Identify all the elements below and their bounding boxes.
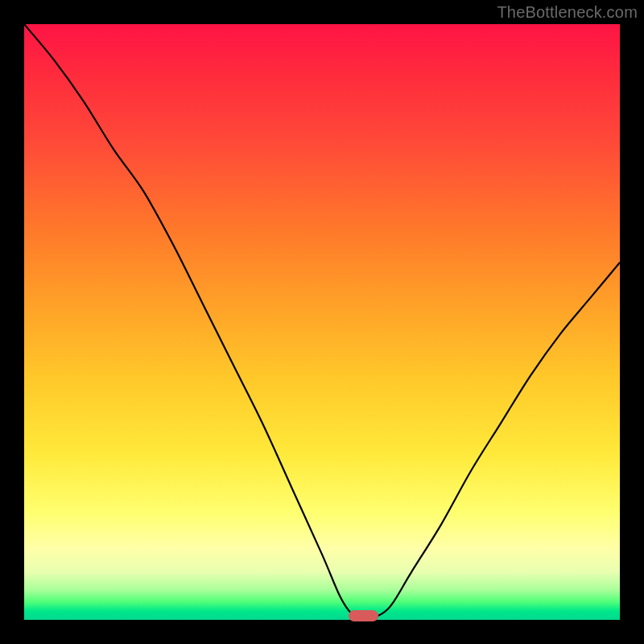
chart-frame: TheBottleneck.com [0,0,644,644]
bottleneck-curve [24,24,620,620]
watermark-text: TheBottleneck.com [497,3,638,22]
optimal-marker [349,610,378,621]
plot-area [24,24,620,620]
